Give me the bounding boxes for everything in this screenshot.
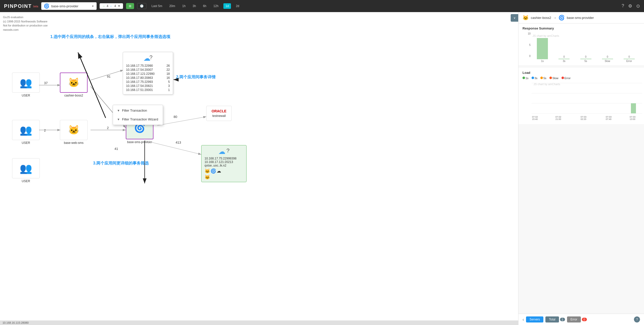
time-6h[interactable]: 6h [201, 3, 208, 9]
flow-badge[interactable]: → 4 ← 4 ▼ [100, 3, 123, 9]
main-container: ∨ GoJS evaluation (c) 1998-2015 Northwoo… [0, 12, 644, 325]
bar-label-slow: Slow [605, 60, 610, 62]
websms-box[interactable]: 🐱 [60, 120, 88, 140]
bar-label-5s: 5s [584, 60, 587, 62]
svg-line-7 [157, 117, 206, 125]
bar-group-1s: 1s [532, 38, 553, 62]
y-label-5: 5 [529, 44, 531, 46]
user2-label: USER [22, 141, 30, 145]
help-icon[interactable]: ? [622, 3, 624, 9]
filter-transaction-wizard-item[interactable]: ▼ Filter Transaction Wizard [113, 115, 163, 124]
connection-to: base-sms-provider [567, 16, 594, 20]
ip-row-3: 10.168.17.121:2299018 [126, 72, 170, 76]
oracle-text: ORACLE [212, 109, 226, 113]
user1-box[interactable]: 👥 [12, 73, 40, 93]
bar-label-1s: 1s [541, 60, 544, 62]
websms-node[interactable]: 🐱 base-web-sms [60, 120, 88, 145]
panel-help-button[interactable]: ? [634, 316, 640, 322]
user3-box[interactable]: 👥 [12, 158, 40, 178]
provider-label: base-sms-provider [127, 140, 152, 144]
settings-icon[interactable]: ⚙ [628, 3, 632, 9]
ip-row-4: 10.168.17.80:2086316 [126, 76, 170, 80]
svg-text:07:40: 07:40 [606, 118, 612, 120]
legend-3s: 3s [532, 77, 538, 80]
response-watermark: JS chart by amCharts [533, 34, 559, 37]
bar-label-3s: 3s [563, 60, 566, 62]
filter-transaction-item[interactable]: ▼ Filter Transaction [113, 106, 163, 115]
connection-from: cashier-boss2 [531, 16, 551, 20]
time-1h[interactable]: 1h [180, 3, 187, 9]
bar-group-slow: 0 Slow [597, 55, 618, 62]
user2-box[interactable]: 👥 [12, 120, 40, 140]
cashier-node[interactable]: 🐱 cashier-boss2 [60, 73, 88, 97]
evaluation-text: GoJS evaluation (c) 1998-2015 Northwoods… [3, 15, 48, 32]
oracle-label: testnewall [212, 114, 226, 118]
grid-view-button[interactable]: ⊞ [126, 3, 134, 9]
time-1d[interactable]: 1d [223, 3, 231, 9]
load-watermark: JS chart by amCharts [534, 83, 560, 86]
user1-icon: 👥 [20, 77, 32, 89]
error-badge: 0 [582, 318, 587, 321]
bottom-ip-1: 10.168.17.75:22999398 [205, 157, 243, 160]
edge-user2-websms: 2 [44, 128, 46, 132]
clock-button[interactable]: 🕐 [137, 3, 146, 9]
legend-error: Error [561, 77, 571, 80]
bar-value-error: 0 [628, 55, 630, 58]
time-20m[interactable]: 20m [167, 3, 177, 9]
bar-3s [558, 59, 570, 59]
load-title: Load [522, 71, 640, 75]
context-menu: ▼ Filter Transaction ▼ Filter Transactio… [113, 105, 163, 125]
servers-button[interactable]: Servers [526, 316, 543, 322]
cashier-icon: 🐱 [68, 77, 79, 88]
right-panel: 🐱 cashier-boss2 → 🌀 base-sms-provider Re… [518, 12, 644, 325]
status-text: 10.168.16.115:28080 [3, 321, 29, 324]
time-last5m[interactable]: Last 5m [149, 3, 164, 9]
bar-error [624, 59, 635, 59]
edge-base-bottom: 41 [114, 147, 118, 151]
flow-in-count: 4 [107, 4, 108, 8]
load-section: Load 1s 3s 5s Slow Error JS chart by amC… [518, 68, 644, 125]
connection-header: 🐱 cashier-boss2 → 🌀 base-sms-provider [518, 12, 644, 23]
error-button[interactable]: Error [567, 316, 581, 322]
bar-group-3s: 0 3s [553, 55, 575, 62]
ip-row-2: 10.168.17.54:2000722 [126, 68, 170, 72]
github-icon[interactable]: ⊙ [636, 3, 640, 9]
collapse-icon: ∨ [513, 16, 516, 20]
flow-out-count: 4 [114, 4, 116, 8]
question-icon: ? [149, 54, 152, 62]
time-12h[interactable]: 12h [211, 3, 220, 9]
back-button[interactable]: ‹ [522, 317, 524, 322]
user3-node: 👥 USER [12, 158, 40, 183]
app-selector[interactable]: 🌀 base-sms-provider ▼ [41, 2, 97, 10]
websms-label: base-web-sms [64, 141, 84, 145]
svg-text:02:20: 02:20 [581, 118, 586, 120]
collapse-button[interactable]: ∨ [511, 14, 518, 22]
cashier-box[interactable]: 🐱 [60, 73, 88, 93]
svg-text:21:00: 21:00 [555, 118, 561, 120]
user2-icon: 👥 [20, 124, 32, 136]
connection-arrow: → [553, 16, 556, 20]
annotation-2: 2.两个应用间事务详情 [176, 75, 216, 80]
time-2d[interactable]: 2d [234, 3, 241, 9]
response-chart-area: JS chart by amCharts 10 5 0 1s [522, 32, 640, 62]
time-3h[interactable]: 3h [191, 3, 198, 9]
chevron-down-icon: ▼ [92, 5, 94, 8]
svg-rect-20 [631, 103, 636, 113]
total-badge: 1 [560, 318, 565, 321]
bar-group-error: 0 Error [618, 55, 640, 62]
user2-node: 👥 USER [12, 120, 40, 145]
filter-transaction-label: Filter Transaction [122, 109, 147, 112]
legend-slow: Slow [549, 77, 558, 80]
total-button[interactable]: Total [545, 316, 559, 322]
map-panel: ∨ GoJS evaluation (c) 1998-2015 Northwoo… [0, 12, 518, 325]
flow-arrow-left-icon: ← [110, 4, 113, 8]
y-label-0: 0 [529, 55, 531, 57]
bar-group-5s: 0 5s [575, 55, 596, 62]
testnewall-node[interactable]: ORACLE testnewall [206, 106, 232, 121]
y-label-10: 10 [528, 32, 531, 35]
load-chart-svg: 3 2 1 0 07-02 15:40 07-02 21:00 [532, 81, 644, 120]
edge-provider-bottomcloud: 413 [176, 141, 181, 144]
bar-slow [602, 59, 613, 59]
logo-beta: beta [33, 5, 38, 8]
cashier-from-icon: 🐱 [522, 15, 529, 21]
